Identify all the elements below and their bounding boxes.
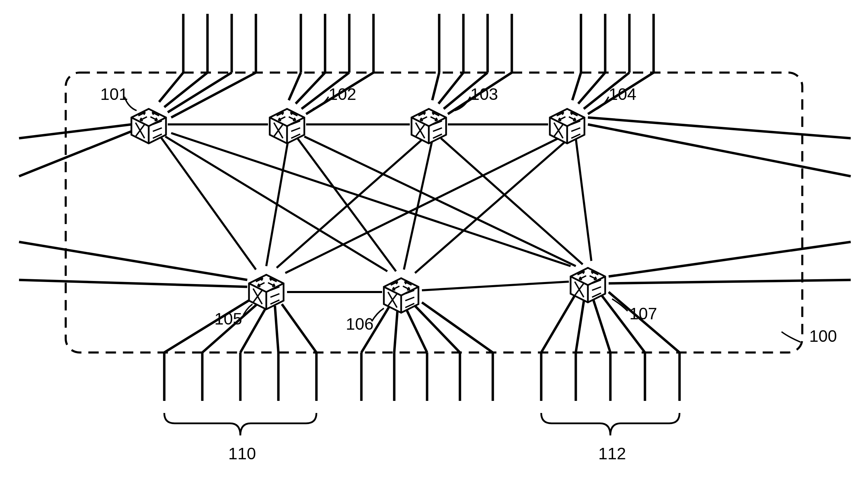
label-106: 106 — [346, 314, 373, 333]
switch-node-107 — [571, 268, 605, 302]
svg-line-62 — [576, 297, 584, 352]
svg-line-83 — [415, 140, 567, 273]
right-external-lines — [588, 117, 851, 283]
svg-line-34 — [19, 242, 247, 280]
label-112: 112 — [598, 444, 626, 463]
label-101: 101 — [100, 85, 128, 104]
switch-node-104 — [550, 109, 584, 143]
label-105: 105 — [214, 309, 242, 328]
network-diagram-svg — [0, 0, 868, 489]
leader-curves — [124, 97, 801, 342]
svg-line-84 — [576, 138, 591, 261]
label-100: 100 — [809, 327, 837, 346]
svg-line-38 — [609, 242, 851, 276]
svg-line-60 — [541, 294, 576, 352]
top-external-lines — [159, 14, 654, 117]
switch-node-102 — [270, 109, 304, 143]
svg-line-44 — [240, 304, 268, 352]
svg-line-1 — [159, 73, 183, 102]
label-107: 107 — [629, 304, 657, 323]
svg-line-64 — [593, 299, 610, 352]
svg-line-7 — [171, 73, 256, 117]
svg-line-27 — [578, 73, 605, 104]
switch-node-103 — [412, 109, 446, 143]
diagram-container: 101 102 103 104 105 106 107 100 110 112 — [0, 0, 868, 489]
svg-line-86 — [422, 282, 569, 290]
svg-line-32 — [19, 124, 131, 138]
label-102: 102 — [329, 85, 356, 104]
bottom-external-lines — [164, 292, 680, 401]
group-braces — [164, 413, 680, 435]
svg-line-80 — [404, 140, 432, 270]
svg-line-48 — [282, 304, 316, 352]
svg-line-36 — [588, 117, 851, 138]
svg-line-58 — [422, 302, 493, 352]
svg-line-25 — [572, 73, 581, 100]
svg-line-46 — [275, 306, 278, 352]
svg-line-52 — [394, 308, 398, 352]
svg-line-19 — [438, 73, 463, 104]
switch-node-106 — [384, 278, 418, 313]
svg-line-76 — [266, 137, 289, 266]
svg-line-17 — [432, 73, 439, 100]
switch-node-101 — [131, 109, 166, 143]
label-110: 110 — [228, 444, 256, 463]
svg-line-39 — [609, 280, 851, 283]
svg-line-73 — [159, 135, 256, 270]
switch-node-105 — [249, 275, 284, 309]
svg-line-9 — [289, 73, 301, 100]
svg-line-37 — [588, 124, 851, 176]
left-external-lines — [19, 124, 247, 287]
internal-lines — [159, 124, 591, 292]
svg-line-35 — [19, 280, 247, 287]
label-104: 104 — [609, 85, 636, 104]
label-103: 103 — [470, 85, 498, 104]
svg-line-33 — [19, 131, 131, 176]
